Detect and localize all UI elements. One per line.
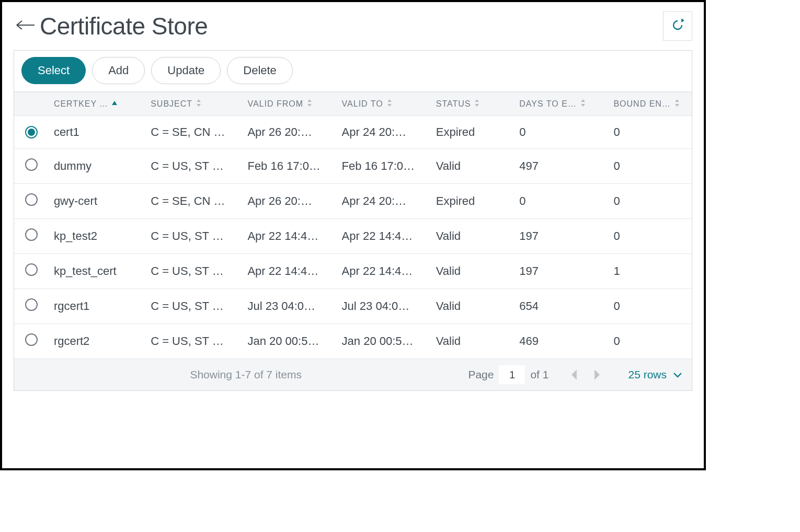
cell-certkey: rgcert1 bbox=[49, 289, 145, 324]
col-header-label: VALID TO bbox=[342, 99, 383, 109]
sort-asc-icon bbox=[111, 99, 118, 109]
cell-days: 197 bbox=[514, 219, 608, 254]
chevron-right-icon bbox=[592, 371, 602, 383]
sort-icon bbox=[580, 99, 586, 109]
row-radio[interactable] bbox=[25, 263, 38, 276]
table-row[interactable]: rgcert1C = US, ST …Jul 23 04:0…Jul 23 04… bbox=[14, 289, 692, 324]
title-wrap: Certificate Store bbox=[14, 12, 208, 40]
cell-valid-from: Jan 20 00:5… bbox=[242, 324, 336, 359]
cell-subject: C = SE, CN … bbox=[145, 184, 242, 219]
prev-page-button[interactable] bbox=[569, 369, 579, 380]
page-of-label: of 1 bbox=[530, 368, 548, 381]
delete-button[interactable]: Delete bbox=[227, 57, 293, 84]
svg-marker-4 bbox=[307, 104, 312, 107]
cell-bound: 0 bbox=[608, 289, 692, 324]
page-input[interactable] bbox=[499, 365, 525, 384]
col-header-days[interactable]: DAYS TO E… bbox=[514, 92, 608, 116]
table-body: cert1C = SE, CN …Apr 26 20:…Apr 24 20:…E… bbox=[14, 116, 692, 359]
cell-status: Valid bbox=[431, 149, 515, 184]
col-header-valid-from[interactable]: VALID FROM bbox=[242, 92, 336, 116]
row-radio[interactable] bbox=[25, 126, 38, 138]
rows-per-page-select[interactable]: 25 rows bbox=[628, 368, 682, 381]
row-radio[interactable] bbox=[25, 158, 38, 171]
svg-marker-8 bbox=[475, 104, 479, 107]
cell-status: Valid bbox=[431, 289, 515, 324]
chevron-left-icon bbox=[569, 371, 579, 383]
row-radio[interactable] bbox=[25, 228, 38, 241]
cell-certkey: cert1 bbox=[49, 116, 145, 149]
row-radio[interactable] bbox=[25, 298, 38, 311]
col-header-certkey[interactable]: CERTKEY … bbox=[49, 92, 145, 116]
cell-valid-to: Apr 22 14:4… bbox=[337, 219, 431, 254]
footer-status: Showing 1-7 of 7 items bbox=[190, 368, 302, 381]
svg-marker-2 bbox=[197, 104, 201, 107]
select-button[interactable]: Select bbox=[21, 57, 86, 84]
table-row[interactable]: dummyC = US, ST …Feb 16 17:0…Feb 16 17:0… bbox=[14, 149, 692, 184]
cell-valid-from: Apr 22 14:4… bbox=[242, 254, 336, 289]
cell-certkey: kp_test_cert bbox=[49, 254, 145, 289]
cell-days: 0 bbox=[514, 116, 608, 149]
table-row[interactable]: cert1C = SE, CN …Apr 26 20:…Apr 24 20:…E… bbox=[14, 116, 692, 149]
add-button[interactable]: Add bbox=[92, 57, 145, 84]
table-row[interactable]: kp_test2C = US, ST …Apr 22 14:4…Apr 22 1… bbox=[14, 219, 692, 254]
cell-bound: 0 bbox=[608, 184, 692, 219]
row-radio[interactable] bbox=[25, 333, 38, 346]
update-button[interactable]: Update bbox=[151, 57, 221, 84]
cell-status: Expired bbox=[431, 184, 515, 219]
table-row[interactable]: gwy-certC = SE, CN …Apr 26 20:…Apr 24 20… bbox=[14, 184, 692, 219]
table-row[interactable]: kp_test_certC = US, ST …Apr 22 14:4…Apr … bbox=[14, 254, 692, 289]
cell-subject: C = US, ST … bbox=[145, 219, 242, 254]
cell-days: 469 bbox=[514, 324, 608, 359]
cell-valid-to: Apr 22 14:4… bbox=[337, 254, 431, 289]
refresh-icon bbox=[671, 19, 684, 33]
cell-bound: 0 bbox=[608, 324, 692, 359]
svg-marker-13 bbox=[572, 369, 577, 380]
cell-status: Expired bbox=[431, 116, 515, 149]
col-header-label: DAYS TO E… bbox=[519, 99, 577, 109]
cell-certkey: gwy-cert bbox=[49, 184, 145, 219]
cell-subject: C = US, ST … bbox=[145, 254, 242, 289]
cell-certkey: dummy bbox=[49, 149, 145, 184]
row-radio[interactable] bbox=[25, 193, 38, 206]
toolbar: Select Add Update Delete bbox=[14, 51, 692, 92]
col-header-valid-to[interactable]: VALID TO bbox=[337, 92, 431, 116]
col-header-subject[interactable]: SUBJECT bbox=[145, 92, 242, 116]
col-header-label: CERTKEY … bbox=[54, 99, 108, 109]
cell-subject: C = US, ST … bbox=[145, 324, 242, 359]
cell-valid-from: Apr 26 20:… bbox=[242, 116, 336, 149]
cell-valid-to: Feb 16 17:0… bbox=[337, 149, 431, 184]
svg-marker-3 bbox=[307, 99, 312, 102]
cell-status: Valid bbox=[431, 324, 515, 359]
back-arrow-icon bbox=[15, 17, 36, 35]
cell-bound: 0 bbox=[608, 149, 692, 184]
svg-marker-0 bbox=[112, 101, 117, 105]
pager-buttons bbox=[569, 369, 602, 380]
cell-days: 197 bbox=[514, 254, 608, 289]
table-footer: Showing 1-7 of 7 items Page of 1 25 rows bbox=[14, 358, 692, 390]
cell-days: 0 bbox=[514, 184, 608, 219]
svg-marker-11 bbox=[675, 99, 679, 102]
col-header-bound[interactable]: BOUND EN… bbox=[608, 92, 692, 116]
refresh-button[interactable] bbox=[663, 11, 692, 41]
back-button[interactable] bbox=[14, 15, 37, 38]
sort-icon bbox=[196, 99, 202, 109]
cell-bound: 0 bbox=[608, 219, 692, 254]
svg-marker-10 bbox=[581, 104, 585, 107]
next-page-button[interactable] bbox=[592, 369, 602, 380]
cell-subject: C = SE, CN … bbox=[145, 116, 242, 149]
table-row[interactable]: rgcert2C = US, ST …Jan 20 00:5…Jan 20 00… bbox=[14, 324, 692, 359]
cell-valid-from: Apr 22 14:4… bbox=[242, 219, 336, 254]
col-header-label: VALID FROM bbox=[247, 99, 303, 109]
col-header-label: STATUS bbox=[436, 99, 471, 109]
cell-days: 654 bbox=[514, 289, 608, 324]
page-label: Page bbox=[468, 368, 494, 381]
svg-marker-9 bbox=[581, 99, 585, 102]
cell-bound: 1 bbox=[608, 254, 692, 289]
cell-subject: C = US, ST … bbox=[145, 289, 242, 324]
col-header-status[interactable]: STATUS bbox=[431, 92, 515, 116]
cell-bound: 0 bbox=[608, 116, 692, 149]
certificate-table: CERTKEY … SUBJECT bbox=[14, 92, 692, 358]
footer-status-wrap: Showing 1-7 of 7 items bbox=[24, 368, 468, 381]
page-title: Certificate Store bbox=[40, 12, 208, 40]
svg-marker-5 bbox=[387, 99, 392, 102]
